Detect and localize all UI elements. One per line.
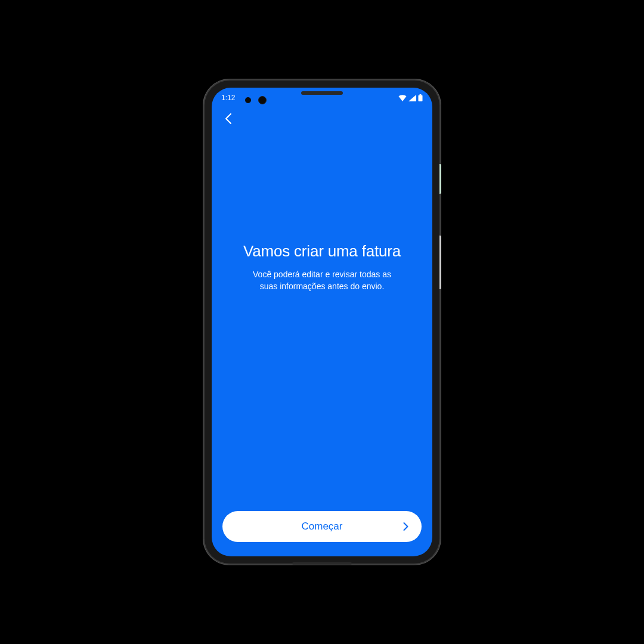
cellular-signal-icon — [408, 95, 416, 101]
onboarding-content: Vamos criar uma fatura Você poderá edita… — [212, 135, 432, 511]
phone-sensor — [245, 97, 251, 103]
phone-device-frame: 1:12 — [205, 80, 439, 564]
wifi-icon — [398, 95, 407, 101]
status-time: 1:12 — [221, 94, 235, 102]
phone-screen: 1:12 — [212, 88, 432, 556]
phone-speaker-area — [205, 91, 439, 95]
chevron-left-icon — [225, 113, 232, 127]
phone-speaker — [301, 91, 343, 95]
phone-power-button — [439, 164, 441, 194]
chevron-right-icon — [403, 522, 408, 531]
onboarding-headline: Vamos criar uma fatura — [243, 242, 401, 261]
status-bar-left: 1:12 — [221, 94, 235, 102]
start-button[interactable]: Começar — [222, 511, 422, 542]
phone-bottom-speaker — [292, 562, 352, 565]
status-bar-right — [398, 94, 423, 101]
onboarding-subtext: Você poderá editar e revisar todas as su… — [246, 268, 398, 293]
phone-front-camera — [258, 96, 267, 104]
battery-icon — [418, 94, 423, 101]
status-bar: 1:12 — [212, 88, 432, 104]
bottom-action-area: Começar — [212, 511, 432, 556]
phone-volume-button — [439, 236, 441, 289]
back-button[interactable] — [220, 112, 237, 128]
navigation-bar — [212, 104, 432, 135]
start-button-label: Começar — [302, 521, 343, 532]
svg-rect-1 — [419, 95, 423, 102]
